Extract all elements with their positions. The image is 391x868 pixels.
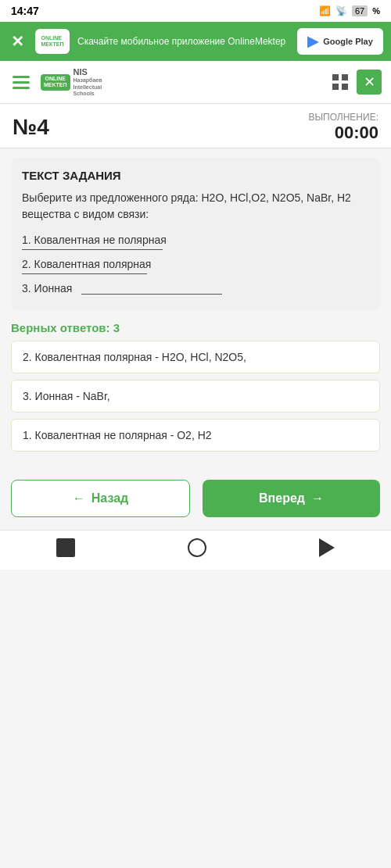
answer-option-1[interactable]: 2. Ковалентная полярная - H2O, HCl, N2O5… bbox=[11, 341, 380, 373]
status-time: 14:47 bbox=[11, 5, 39, 17]
nis-logo: NIS Назарбаев Intellectual Schools bbox=[74, 67, 102, 97]
grid-icon bbox=[332, 73, 349, 91]
battery-icon: 67 bbox=[352, 5, 368, 16]
google-play-button[interactable]: ▶ Google Play bbox=[297, 28, 383, 55]
banner-logo: ONLINE MEКТЕП bbox=[35, 29, 70, 54]
task-description: Выберите из предложенного ряда: H2O, HCl… bbox=[22, 190, 369, 223]
answer-option-2[interactable]: 3. Ионная - NaBr, bbox=[11, 380, 380, 413]
bottom-nav-home[interactable] bbox=[188, 538, 206, 557]
task-item-3: 3. Ионная bbox=[22, 282, 369, 295]
grid-button[interactable] bbox=[332, 73, 349, 91]
play-icon: ▶ bbox=[307, 33, 318, 50]
next-arrow-icon: → bbox=[311, 491, 324, 505]
task-item-3-label: 3. Ионная bbox=[22, 282, 369, 295]
banner-text: Скачайте мобильное приложение OnlineMekt… bbox=[77, 35, 289, 48]
next-label: Вперед bbox=[259, 491, 305, 505]
svg-rect-0 bbox=[332, 74, 339, 80]
nav-buttons: ← Назад Вперед → bbox=[0, 467, 391, 530]
svg-rect-2 bbox=[332, 84, 339, 90]
hamburger-button[interactable] bbox=[9, 73, 33, 92]
hamburger-icon bbox=[13, 76, 30, 89]
task-card: ТЕКСТ ЗАДАНИЯ Выберите из предложенного … bbox=[11, 158, 380, 310]
task-item-1-line bbox=[22, 249, 163, 250]
bottom-nav-square[interactable] bbox=[56, 538, 75, 557]
bottom-nav-back[interactable] bbox=[319, 538, 335, 557]
navbar: ONLINE МЕKТЕП NIS Назарбаев Intellectual… bbox=[0, 61, 391, 104]
answer-option-3[interactable]: 1. Ковалентная не полярная - O2, H2 bbox=[11, 419, 380, 452]
back-label: Назад bbox=[91, 491, 128, 505]
next-button[interactable]: Вперед → bbox=[203, 480, 380, 517]
task-card-title: ТЕКСТ ЗАДАНИЯ bbox=[22, 169, 369, 182]
svg-rect-1 bbox=[342, 74, 348, 80]
back-arrow-icon: ← bbox=[73, 491, 85, 505]
navbar-actions: ✕ bbox=[332, 70, 382, 95]
task-item-3-line bbox=[81, 284, 222, 295]
online-mektep-logo: ONLINE MEКТЕП bbox=[35, 29, 70, 54]
task-time-label: ВЫПОЛНЕНИЕ: bbox=[308, 112, 378, 123]
wifi-icon: 📡 bbox=[335, 5, 347, 16]
back-button[interactable]: ← Назад bbox=[11, 480, 190, 517]
answers-count: Верных ответов: 3 bbox=[11, 321, 380, 334]
task-time: 00:00 bbox=[308, 123, 378, 143]
status-icons: 📶 📡 67 % bbox=[319, 5, 380, 16]
bottom-nav bbox=[0, 530, 391, 570]
task-item-1: 1. Ковалентная не полярная bbox=[22, 234, 369, 250]
navbar-online-mektep-logo: ONLINE МЕKТЕП bbox=[41, 74, 70, 91]
task-item-2-label: 2. Ковалентная полярная bbox=[22, 258, 369, 270]
task-header: №4 ВЫПОЛНЕНИЕ: 00:00 bbox=[0, 104, 391, 148]
banner-close-button[interactable]: ✕ bbox=[8, 34, 27, 49]
app-banner: ✕ ONLINE MEКТЕП Скачайте мобильное прило… bbox=[0, 22, 391, 61]
task-item-1-label: 1. Ковалентная не полярная bbox=[22, 234, 369, 246]
svg-rect-3 bbox=[342, 84, 348, 90]
task-item-2: 2. Ковалентная полярная bbox=[22, 258, 369, 274]
close-button[interactable]: ✕ bbox=[357, 70, 382, 95]
status-bar: 14:47 📶 📡 67 % bbox=[0, 0, 391, 22]
navbar-logos: ONLINE МЕKТЕП NIS Назарбаев Intellectual… bbox=[41, 67, 324, 97]
task-item-2-line bbox=[22, 273, 147, 274]
google-play-label: Google Play bbox=[323, 37, 373, 46]
main-content: ТЕКСТ ЗАДАНИЯ Выберите из предложенного … bbox=[0, 148, 391, 467]
task-number: №4 bbox=[13, 115, 49, 140]
signal-icon: 📶 bbox=[319, 5, 331, 16]
task-time-area: ВЫПОЛНЕНИЕ: 00:00 bbox=[308, 112, 378, 143]
